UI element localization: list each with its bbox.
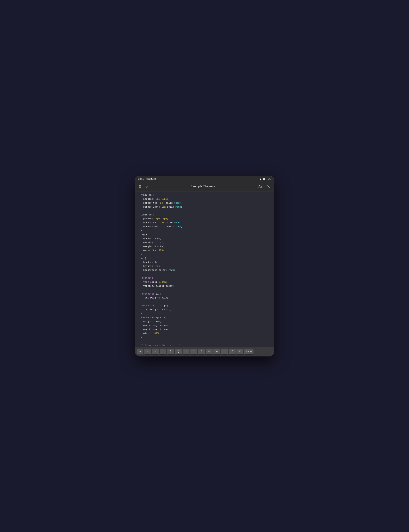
lparen-key[interactable]: ( — [175, 349, 182, 354]
menu-icon[interactable]: ☰ — [138, 184, 142, 189]
minus-key[interactable]: − — [213, 349, 220, 354]
search-icon[interactable]: ⌕ — [145, 184, 149, 189]
status-bar: 22:55 Tue 23 Jun ▲ ⬜ 75% — [135, 176, 274, 182]
colon-key[interactable]: : — [221, 349, 228, 354]
quote-key[interactable]: " — [190, 349, 197, 354]
battery-percent: 75% — [266, 178, 271, 180]
toolbar-left: ☰ ⌕ — [138, 184, 149, 189]
percent-key[interactable]: % — [236, 349, 243, 354]
wrench-icon[interactable]: 🔧 — [266, 184, 271, 189]
code-content: table th { padding: 3px 10px; border-top… — [135, 193, 274, 347]
gt-key[interactable]: > — [152, 349, 159, 354]
theme-title: Example Theme — [191, 185, 213, 188]
lt-key[interactable]: < — [144, 349, 151, 354]
tab-key[interactable]: ⇥ — [136, 349, 143, 354]
slash-key[interactable]: / — [229, 349, 236, 354]
toolbar-right: Aa 🔧 — [258, 184, 271, 189]
font-button[interactable]: Aa — [258, 184, 263, 189]
lbracket-key[interactable]: [ — [160, 349, 166, 354]
wifi-icon: ▲ — [259, 178, 262, 180]
keyboard-bar: ⇥ < > [ ] ( ) " ` & − : / % undo — [135, 347, 274, 356]
date: Tue 23 Jun — [145, 178, 156, 180]
editor-area[interactable]: table th { padding: 3px 10px; border-top… — [135, 191, 274, 347]
ipad-frame: 22:55 Tue 23 Jun ▲ ⬜ 75% ☰ ⌕ Example The… — [135, 176, 274, 356]
toolbar: ☰ ⌕ Example Theme ▼ Aa 🔧 — [135, 182, 274, 191]
backtick-key[interactable]: ` — [198, 349, 205, 354]
rparen-key[interactable]: ) — [183, 349, 190, 354]
battery-icon: ⬜ — [263, 178, 265, 180]
rbracket-key[interactable]: ] — [167, 349, 174, 354]
status-left: 22:55 Tue 23 Jun — [138, 178, 156, 180]
dropdown-arrow: ▼ — [214, 185, 216, 188]
undo-key[interactable]: undo — [244, 349, 254, 354]
status-right: ▲ ⬜ 75% — [259, 178, 271, 180]
time: 22:55 — [138, 178, 144, 180]
ampersand-key[interactable]: & — [206, 349, 213, 354]
toolbar-center[interactable]: Example Theme ▼ — [191, 185, 216, 188]
